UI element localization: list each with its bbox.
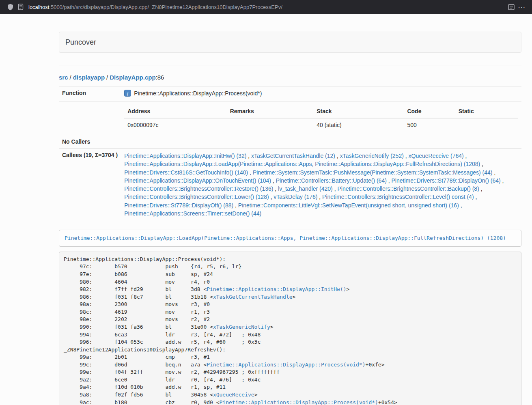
- symbol-panel: Pinetime::Applications::DisplayApp::Load…: [59, 230, 521, 247]
- function-row: Function f Pinetime::Applications::Displ…: [59, 86, 521, 101]
- callee-link[interactable]: Pinetime::System::SystemTask::PushMessag…: [253, 169, 493, 176]
- overflow-menu-icon[interactable]: ⋯: [517, 2, 527, 12]
- callee-link[interactable]: Pinetime::Controllers::BrightnessControl…: [124, 185, 273, 192]
- url-host: localhost: [28, 4, 49, 10]
- callees-list: Pinetime::Applications::DisplayApp::Init…: [121, 149, 521, 221]
- code-line: _ZN8Pinetime12Applications10DisplayApp7R…: [64, 346, 517, 354]
- code-line: 98e: 2202 movs r2, #2: [64, 316, 517, 323]
- callee-link[interactable]: Pinetime::Controllers::BrightnessControl…: [124, 194, 269, 200]
- stats-row: Address Remarks Stack Code Static 0x0000…: [59, 101, 521, 135]
- callee-link[interactable]: Pinetime::Applications::DisplayApp::Load…: [124, 161, 480, 167]
- code-line: 990: f031 fa36 bl 31e00 <xTaskGenericNot…: [64, 323, 517, 331]
- stats-table: Address Remarks Stack Code Static 0x0000…: [124, 105, 518, 131]
- callee-link[interactable]: Pinetime::Components::LittleVgl::SetNewT…: [238, 202, 459, 209]
- callee-link[interactable]: Pinetime::Applications::Screens::Timer::…: [124, 210, 261, 217]
- callee-link[interactable]: xTaskGenericNotify (252): [340, 153, 404, 159]
- shield-icon[interactable]: [5, 2, 15, 12]
- col-header-remarks: Remarks: [227, 105, 314, 118]
- code-line: 97c: b570 push {r4, r5, r6, lr}: [64, 263, 517, 271]
- callee-link[interactable]: Pinetime::Drivers::St7789::DisplayOn() (…: [392, 177, 501, 184]
- url-path: :5000/path/src/displayapp/DisplayApp.cpp…: [49, 4, 282, 10]
- code-line: 99e: f04f 32ff mov.w r2, #4294967295 ; 0…: [64, 368, 517, 376]
- callee-link[interactable]: lv_task_handler (420): [278, 185, 333, 192]
- breadcrumb-src[interactable]: src: [59, 74, 68, 81]
- callee-link[interactable]: vTaskDelay (176): [274, 194, 317, 200]
- callees-label: Callees (19, Σ=3704 ): [59, 149, 121, 221]
- stack-value: 40 (static): [313, 118, 404, 131]
- url-bar[interactable]: localhost:5000/path/src/displayapp/Displ…: [28, 4, 506, 10]
- callee-link[interactable]: Pinetime::Applications::DisplayApp::OnTo…: [124, 177, 271, 184]
- callee-link[interactable]: Pinetime::Drivers::St7789::DisplayOff() …: [124, 202, 233, 209]
- code-line: 9a2: 6ce0 ldr r0, [r4, #76] ; 0x4c: [64, 376, 517, 384]
- col-header-code: Code: [404, 105, 455, 118]
- code-line: 99c: d06d beq.n a7a <Pinetime::Applicati…: [64, 361, 517, 369]
- breadcrumb-file[interactable]: DisplayApp.cpp: [110, 74, 155, 81]
- callees-row: Callees (19, Σ=3704 ) Pinetime::Applicat…: [59, 149, 521, 221]
- col-header-stack: Stack: [313, 105, 404, 118]
- stats-cell: Address Remarks Stack Code Static 0x0000…: [121, 101, 521, 135]
- code-line: 9a4: f10d 010b add.w r1, sp, #11: [64, 383, 517, 391]
- code-symbol-link[interactable]: Pinetime::Applications::DisplayApp::Proc…: [220, 399, 378, 405]
- code-value: 500: [404, 118, 455, 131]
- breadcrumb-separator: /: [68, 74, 73, 81]
- code-symbol-link[interactable]: xTaskGenericNotify: [213, 324, 270, 330]
- code-symbol-link[interactable]: Pinetime::Applications::DisplayApp::Proc…: [207, 362, 365, 368]
- main-content: Puncover src/displayapp/DisplayApp.cpp:8…: [59, 32, 521, 405]
- disassembly-block: Pinetime::Applications::DisplayApp::Proc…: [59, 252, 521, 405]
- code-line: 98c: 4619 mov r1, r3: [64, 308, 517, 316]
- col-header-static: Static: [455, 105, 518, 118]
- code-line: 98a: 2300 movs r3, #0: [64, 301, 517, 308]
- code-line: 994: 6ca3 ldr r3, [r4, #72] ; 0x48: [64, 331, 517, 339]
- code-symbol-link[interactable]: xQueueReceive: [213, 392, 254, 398]
- static-value: [455, 118, 518, 131]
- app-title[interactable]: Puncover: [65, 38, 96, 47]
- code-line: 99a: 2b01 cmp r3, #1: [64, 353, 517, 361]
- code-line: 9ac: b180 cbz r0, 9d0 <Pinetime::Applica…: [64, 399, 517, 405]
- callee-link[interactable]: Pinetime::Controllers::BrightnessControl…: [322, 194, 474, 200]
- code-line: 97e: b086 sub sp, #24: [64, 271, 517, 278]
- no-callers-label: No Callers: [59, 135, 121, 149]
- browser-toolbar: localhost:5000/path/src/displayapp/Displ…: [0, 0, 532, 14]
- col-header-address: Address: [124, 105, 226, 118]
- code-symbol-link[interactable]: Pinetime::Applications::DisplayApp::Init…: [207, 286, 346, 292]
- no-callers-row: No Callers: [59, 135, 521, 149]
- app-header: Puncover: [59, 32, 521, 53]
- function-value-cell: f Pinetime::Applications::DisplayApp::Pr…: [121, 86, 521, 101]
- breadcrumb-displayapp[interactable]: displayapp: [73, 74, 105, 81]
- code-line: Pinetime::Applications::DisplayApp::Proc…: [64, 256, 517, 263]
- breadcrumb: src/displayapp/DisplayApp.cpp:86: [59, 74, 521, 81]
- code-line: 982: f7ff fd29 bl 3d8 <Pinetime::Applica…: [64, 286, 517, 293]
- remarks-value: [227, 118, 314, 131]
- code-line: 9a8: f02f fd56 bl 30458 <xQueueReceive>: [64, 391, 517, 399]
- reader-mode-icon[interactable]: [506, 2, 517, 12]
- loadapp-symbol-link[interactable]: Pinetime::Applications::DisplayApp::Load…: [65, 235, 506, 241]
- address-value: 0x0000097c: [124, 118, 226, 131]
- stats-data-row: 0x0000097c 40 (static) 500: [124, 118, 518, 131]
- divider: [59, 65, 521, 65]
- stats-row-label: [59, 101, 121, 135]
- function-label: Function: [59, 86, 121, 101]
- function-icon: f: [124, 90, 131, 98]
- code-line: 986: f031 f8c7 bl 31b18 <xTaskGetCurrent…: [64, 293, 517, 301]
- callee-link[interactable]: Pinetime::Controllers::Battery::Update()…: [276, 177, 387, 184]
- callee-link[interactable]: xQueueReceive (764): [409, 153, 464, 159]
- code-line: 996: f104 053c add.w r5, r4, #60 ; 0x3c: [64, 338, 517, 346]
- function-name: Pinetime::Applications::DisplayApp::Proc…: [134, 90, 262, 97]
- page-info-icon[interactable]: [15, 2, 26, 12]
- callee-link[interactable]: Pinetime::Applications::DisplayApp::Init…: [124, 153, 246, 159]
- function-table: Function f Pinetime::Applications::Displ…: [59, 86, 521, 221]
- code-symbol-link[interactable]: xTaskGetCurrentTaskHandle: [213, 294, 293, 300]
- callee-link[interactable]: Pinetime::Controllers::BrightnessControl…: [337, 185, 479, 192]
- breadcrumb-separator: /: [105, 74, 110, 81]
- code-line: 980: 4604 mov r4, r0: [64, 278, 517, 286]
- breadcrumb-line-number: :86: [156, 74, 164, 81]
- callee-link[interactable]: Pinetime::Drivers::Cst816S::GetTouchInfo…: [124, 169, 248, 176]
- callee-link[interactable]: xTaskGetCurrentTaskHandle (12): [251, 153, 335, 159]
